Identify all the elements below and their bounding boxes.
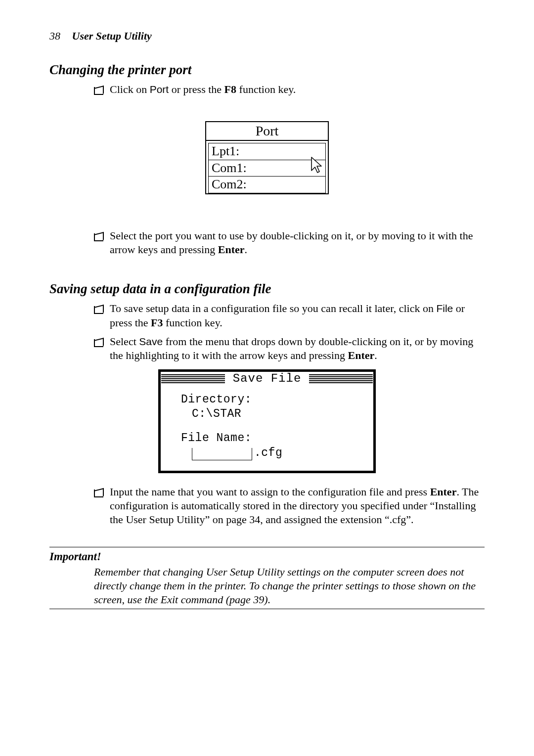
port-option-lpt1[interactable]: Lpt1: bbox=[208, 143, 326, 160]
step-text: To save setup data in a configuration fi… bbox=[110, 302, 485, 329]
ui-term: File bbox=[436, 303, 453, 314]
port-list: Lpt1: Com1: Com2: bbox=[206, 141, 328, 193]
section-heading-changing-port: Changing the printer port bbox=[49, 62, 485, 78]
text-fragment: To save setup data in a configuration fi… bbox=[110, 302, 436, 314]
filename-extension: .cfg bbox=[254, 446, 282, 460]
step-item: To save setup data in a configuration fi… bbox=[94, 302, 485, 329]
text-fragment: . bbox=[245, 243, 248, 256]
directory-value: C:\STAR bbox=[181, 407, 361, 421]
steps-saving-config-2: Input the name that you want to assign t… bbox=[94, 485, 485, 527]
steps-saving-config: To save setup data in a configuration fi… bbox=[94, 302, 485, 362]
cursor-icon bbox=[310, 156, 323, 175]
port-dialog-figure: Port Lpt1: Com1: Com2: bbox=[205, 121, 329, 194]
checkbox-icon bbox=[94, 84, 104, 94]
save-file-dialog: Save File Directory: C:\STAR File Name: … bbox=[158, 369, 376, 473]
text-fragment: function key. bbox=[163, 316, 222, 329]
key-name: F8 bbox=[224, 83, 236, 95]
step-item: Click on Port or press the F8 function k… bbox=[94, 83, 485, 96]
port-dialog-title: Port bbox=[206, 122, 328, 141]
important-body: Remember that changing User Setup Utilit… bbox=[94, 565, 485, 607]
step-text: Select the port you want to use by doubl… bbox=[110, 229, 485, 257]
text-fragment: from the menu that drops down by double-… bbox=[110, 335, 473, 361]
horizontal-rule bbox=[49, 547, 485, 547]
text-fragment: . bbox=[374, 349, 377, 361]
page-number: 38 bbox=[49, 30, 60, 42]
ui-term: Port bbox=[150, 84, 169, 95]
checkbox-icon bbox=[94, 336, 104, 346]
port-dialog: Port Lpt1: Com1: Com2: bbox=[205, 121, 329, 194]
port-option-com1[interactable]: Com1: bbox=[208, 160, 326, 177]
checkbox-icon bbox=[94, 303, 104, 313]
step-item: Select Save from the menu that drops dow… bbox=[94, 335, 485, 362]
step-text: Click on Port or press the F8 function k… bbox=[110, 83, 485, 96]
text-fragment: Select the port you want to use by doubl… bbox=[110, 229, 473, 256]
text-fragment: Click on bbox=[110, 83, 150, 95]
titlebar-stripes-icon bbox=[161, 374, 225, 383]
filename-input[interactable] bbox=[192, 448, 252, 460]
save-dialog-titlebar: Save File bbox=[160, 371, 374, 386]
key-name: F3 bbox=[151, 316, 163, 329]
save-file-dialog-figure: Save File Directory: C:\STAR File Name: … bbox=[158, 369, 376, 473]
text-fragment: or press the bbox=[169, 83, 224, 95]
section-heading-saving-config: Saving setup data in a configuration fil… bbox=[49, 281, 485, 297]
text-fragment: Input the name that you want to assign t… bbox=[110, 486, 430, 498]
key-name: Enter bbox=[430, 486, 457, 498]
step-text: Select Save from the menu that drops dow… bbox=[110, 335, 485, 362]
step-item: Input the name that you want to assign t… bbox=[94, 485, 485, 527]
step-text: Input the name that you want to assign t… bbox=[110, 485, 485, 527]
checkbox-icon bbox=[94, 487, 104, 496]
steps-changing-port: Click on Port or press the F8 function k… bbox=[94, 83, 485, 96]
chapter-title: User Setup Utility bbox=[72, 30, 152, 42]
page: 38 User Setup Utility Changing the print… bbox=[0, 0, 534, 756]
key-name: Enter bbox=[218, 243, 245, 256]
key-name: Enter bbox=[348, 349, 375, 361]
running-header: 38 User Setup Utility bbox=[49, 30, 485, 43]
directory-label: Directory: bbox=[181, 393, 361, 407]
filename-label: File Name: bbox=[181, 431, 361, 445]
steps-changing-port-2: Select the port you want to use by doubl… bbox=[94, 229, 485, 257]
text-fragment: function key. bbox=[236, 83, 296, 95]
save-dialog-title: Save File bbox=[229, 372, 306, 385]
port-option-com2[interactable]: Com2: bbox=[208, 176, 326, 193]
step-item: Select the port you want to use by doubl… bbox=[94, 229, 485, 257]
ui-term: Save bbox=[139, 336, 163, 347]
checkbox-icon bbox=[94, 230, 104, 240]
horizontal-rule bbox=[49, 609, 485, 609]
save-dialog-body: Directory: C:\STAR File Name: .cfg bbox=[160, 386, 374, 471]
text-fragment: Select bbox=[110, 335, 139, 348]
important-label: Important! bbox=[49, 550, 485, 563]
titlebar-stripes-icon bbox=[309, 374, 373, 383]
